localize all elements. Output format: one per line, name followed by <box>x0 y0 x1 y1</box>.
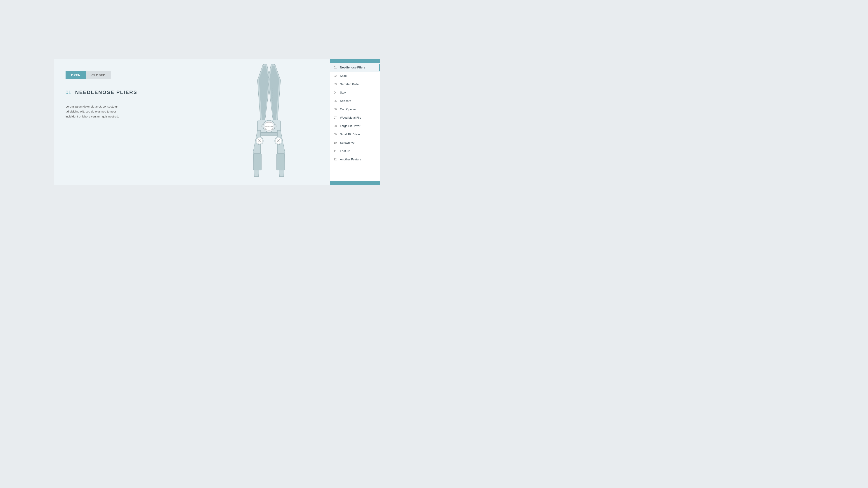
sidebar-footer-bar <box>330 181 380 185</box>
item-label: Needlenose Pliers <box>340 66 365 69</box>
item-label: Scissors <box>340 99 351 103</box>
item-label: Can Opener <box>340 107 356 111</box>
svg-rect-17 <box>260 132 277 135</box>
sidebar-item-feature[interactable]: 11Feature <box>330 147 380 155</box>
item-number: 11 <box>334 150 340 153</box>
tool-description: Lorem ipsum dolor sit amet, consectetur … <box>66 104 120 119</box>
item-label: Wood/Metal File <box>340 116 361 119</box>
sidebar: 01Needlenose Pliers02Knife03Serrated Kni… <box>330 59 380 185</box>
svg-rect-16 <box>276 153 284 170</box>
item-label: Screwdriver <box>340 141 355 144</box>
item-number: 10 <box>334 141 340 144</box>
item-number: 01 <box>334 66 340 69</box>
item-number: 12 <box>334 158 340 161</box>
sidebar-item-screwdriver[interactable]: 10Screwdriver <box>330 138 380 147</box>
svg-rect-15 <box>253 153 261 170</box>
svg-text:LEATHERMAN: LEATHERMAN <box>265 126 273 127</box>
item-label: Saw <box>340 91 346 94</box>
sidebar-item-large-bit-driver[interactable]: 08Large Bit Driver <box>330 122 380 130</box>
sidebar-item-can-opener[interactable]: 06Can Opener <box>330 105 380 113</box>
item-label: Serrated Knife <box>340 83 359 86</box>
item-number: 08 <box>334 125 340 128</box>
sidebar-item-scissors[interactable]: 05Scissors <box>330 97 380 105</box>
app-container: OPEN CLOSED 01 NEEDLENOSE PLIERS Lorem i… <box>54 59 380 185</box>
open-button[interactable]: OPEN <box>66 71 86 79</box>
item-number: 02 <box>334 74 340 77</box>
tool-title: NEEDLENOSE PLIERS <box>75 90 137 95</box>
sidebar-item-knife[interactable]: 02Knife <box>330 72 380 80</box>
item-number: 09 <box>334 133 340 136</box>
sidebar-item-saw[interactable]: 04Saw <box>330 88 380 97</box>
item-number: 06 <box>334 108 340 111</box>
item-label: Knife <box>340 74 347 77</box>
pliers-image-area: LEATHERMAN <box>221 59 316 185</box>
item-number: 05 <box>334 99 340 103</box>
item-label: Feature <box>340 149 350 153</box>
sidebar-item-needlenose-pliers[interactable]: 01Needlenose Pliers <box>330 63 380 72</box>
item-label: Another Feature <box>340 158 361 161</box>
sidebar-list: 01Needlenose Pliers02Knife03Serrated Kni… <box>330 63 380 181</box>
pliers-illustration: LEATHERMAN <box>230 63 307 181</box>
sidebar-item-small-bit-driver[interactable]: 09Small Bit Driver <box>330 130 380 138</box>
item-label: Large Bit Driver <box>340 124 360 128</box>
item-number: 04 <box>334 91 340 94</box>
sidebar-item-wood-metal-file[interactable]: 07Wood/Metal File <box>330 113 380 122</box>
sidebar-item-serrated-knife[interactable]: 03Serrated Knife <box>330 80 380 88</box>
sidebar-item-another-feature[interactable]: 12Another Feature <box>330 155 380 164</box>
main-panel: OPEN CLOSED 01 NEEDLENOSE PLIERS Lorem i… <box>54 59 330 185</box>
closed-button[interactable]: CLOSED <box>86 71 111 79</box>
item-number: 03 <box>334 83 340 86</box>
item-number: 07 <box>334 116 340 119</box>
sidebar-header-bar <box>330 59 380 63</box>
tool-number: 01 <box>66 90 71 95</box>
item-label: Small Bit Driver <box>340 133 360 136</box>
